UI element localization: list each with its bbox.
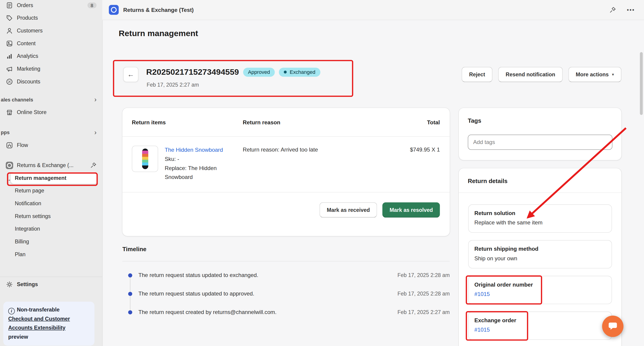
viewport: Orders 8 Products Customers Content Anal… [0,0,644,346]
chevron-right-icon: › [94,96,96,103]
chevron-down-icon: ▾ [612,72,614,77]
sidebar-item-content[interactable]: Content [2,37,100,50]
products-icon [6,14,13,21]
column-total: Total [378,119,440,126]
chat-launcher-button[interactable] [602,316,624,337]
sidebar-sub-label: Return settings [15,213,51,219]
sidebar-item-flow[interactable]: Flow [2,139,100,152]
sidebar-item-billing[interactable]: Billing [11,235,98,248]
sidebar-section-sales-channels[interactable]: ales channels › [0,93,102,106]
sidebar-item-customers[interactable]: Customers [2,24,100,37]
sidebar-item-integration[interactable]: Integration [11,222,98,235]
sidebar-item-marketing[interactable]: Marketing [2,62,100,75]
sidebar-section-apps[interactable]: pps › [0,126,102,139]
detail-value: Ship on your own [474,254,606,264]
return-reason: Return reason: Arrived too late [243,146,378,182]
sidebar-sub-label: Return management [15,175,66,181]
sidebar-sub-label: Billing [15,238,29,245]
analytics-icon [6,52,13,60]
pin-icon[interactable] [90,162,96,168]
sidebar-item-return-settings[interactable]: Return settings [11,210,98,223]
detail-return-shipping-method: Return shipping method Ship on your own [468,240,612,269]
return-details-card: Return details Return solution Replace w… [459,168,621,346]
online-store-icon [6,109,13,116]
timeline-event-text: The return request status updated to app… [138,291,254,297]
divider [122,261,450,262]
orders-icon [6,1,13,9]
resend-notification-button[interactable]: Resend notification [498,67,562,82]
extensibility-link[interactable]: Checkout and Customer Accounts Extensibi… [8,315,90,333]
sidebar-item-label: Analytics [17,53,38,59]
notice-suffix: preview [8,334,28,340]
tags-title: Tags [468,117,612,125]
notice-prefix: Non-transferable [17,307,60,313]
content-icon [6,39,13,47]
scrollbar[interactable] [640,52,643,115]
product-link[interactable]: The Hidden Snowboard [165,147,223,153]
sidebar-item-discounts[interactable]: Discounts [2,75,100,88]
info-icon: i [8,308,15,315]
sidebar-item-return-page[interactable]: Return page [11,184,98,197]
timeline-dot-icon [128,273,132,277]
order-id: R2025021715273494559 [146,67,239,77]
sidebar-bottom: Settings [0,277,102,291]
orders-count-badge: 8 [87,2,96,8]
timeline-event-text: The return request status updated to exc… [138,272,258,278]
timeline-dot-icon [128,292,132,296]
timeline-event-time: Feb 17, 2025 2:28 am [398,291,450,297]
sidebar-item-label: Orders [17,2,33,8]
exchange-order-link[interactable]: #1015 [474,325,606,335]
column-return-reason: Return reason [243,119,378,126]
status-badge-approved: Approved [243,67,275,76]
page-title: Return management [119,29,198,38]
status-badge-exchanged: Exchanged [279,67,320,76]
sidebar-item-plan[interactable]: Plan [11,248,98,261]
sidebar-item-online-store[interactable]: Online Store [2,106,100,119]
sidebar: Orders 8 Products Customers Content Anal… [0,0,103,346]
reject-button[interactable]: Reject [462,67,492,82]
snowboard-image [142,149,148,169]
timeline-title: Timeline [122,246,146,253]
sidebar-item-notification[interactable]: Notification [11,197,98,210]
discounts-icon [6,78,13,85]
timeline-event: The return request created by returns@ch… [122,303,450,321]
sidebar-item-returns-exchange-app[interactable]: Returns & Exchange (... [2,159,100,172]
header-actions: Reject Resend notification More actions▾ [462,67,621,82]
sidebar-item-analytics[interactable]: Analytics [2,50,100,62]
sidebar-item-label: Flow [17,142,28,148]
sidebar-nav: Orders 8 Products Customers Content Anal… [0,0,102,261]
sidebar-item-return-management[interactable]: Return management [11,172,98,184]
return-item-row: The Hidden Snowboard Sku: - Replace: The… [122,137,450,192]
detail-exchange-order: Exchange order #1015 [468,312,612,340]
sidebar-item-settings[interactable]: Settings [2,278,100,291]
timeline-event-time: Feb 17, 2025 2:28 am [398,272,450,278]
app-logo-icon [109,5,119,15]
returns-app-icon [6,162,13,169]
more-options-icon[interactable]: ••• [627,7,635,13]
timeline-event-time: Feb 17, 2025 2:27 am [398,309,450,315]
tags-card: Tags [459,108,621,160]
back-button[interactable]: ← [123,67,138,82]
detail-label: Original order number [474,280,606,289]
flow-app-icon [6,141,13,149]
mark-as-resolved-button[interactable]: Mark as resolved [382,202,440,217]
customers-icon [6,27,13,34]
sidebar-sub-label: Return page [15,188,44,194]
more-actions-button[interactable]: More actions▾ [568,67,621,82]
detail-label: Return shipping method [474,244,606,254]
item-total: $749.95 X 1 [378,146,440,182]
add-tags-input[interactable] [468,135,612,150]
timeline-event: The return request status updated to app… [122,285,450,303]
sidebar-item-products[interactable]: Products [2,11,100,24]
main-area: Returns & Exchange (Test) ••• Return man… [102,0,644,346]
sidebar-sub-label: Integration [15,226,40,232]
return-items-card: Return items Return reason Total The Hid… [122,108,450,236]
sidebar-item-orders[interactable]: Orders 8 [2,0,100,11]
pin-icon[interactable] [610,7,616,13]
section-label: ales channels [1,97,33,102]
original-order-link[interactable]: #1015 [474,289,606,299]
mark-as-received-button[interactable]: Mark as received [320,202,377,217]
sidebar-item-label: Returns & Exchange (... [17,162,74,168]
sidebar-item-label: Discounts [17,78,40,84]
annotation-box-order-header [113,60,353,97]
